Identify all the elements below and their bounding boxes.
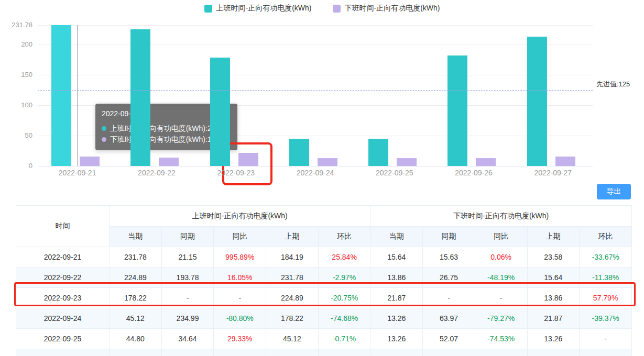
data-cell: -11.38% [580,268,632,288]
y-axis-tick-label: 200 [0,40,32,48]
data-cell: 45.12 [266,329,319,349]
data-cell: 148.18 [161,349,214,356]
data-cell: 13.86 [370,268,423,288]
export-button[interactable]: 导出 [597,184,631,199]
data-cell: -0.15% [580,349,632,356]
data-cell: 44.80 [266,349,319,356]
data-cell: 231.78 [110,247,162,268]
data-cell: 0.06% [475,247,527,268]
series-dot-icon [102,126,106,131]
data-cell: 25.84% [318,247,370,268]
data-cell: -33.67% [580,247,632,268]
table-row-2022-09-24: 2022-09-2445.12234.99-80.80%178.22-74.68… [16,308,632,329]
column-group-work-hours: 上班时间-正向有功电度(kWh) [110,206,370,227]
data-cell: - [423,288,475,308]
column-header-同期: 同期 [423,227,475,247]
data-cell: - [214,288,266,308]
data-cell: 44.80 [110,329,162,349]
row-date: 2022-09-21 [16,247,110,268]
column-header-time: 时间 [16,206,110,247]
data-cell: - [475,288,527,308]
data-cell: 57.79% [580,288,632,308]
bar-series1-2022-09-22[interactable] [130,29,150,166]
data-cell: 13.86 [527,288,580,308]
legend-label: 上班时间-正向有功电度(kWh) [216,4,312,13]
data-cell: -2.97% [318,268,370,288]
bar-series2-2022-09-24[interactable] [318,158,337,166]
data-cell: -74.68% [318,308,370,329]
row-date: 2022-09-22 [16,268,110,288]
data-cell: 21.15 [161,247,214,268]
tooltip-item-text: 下班时间-正向有功电度(kWh):15.64 [110,134,226,145]
table-row-2022-09-21: 2022-09-21231.7821.15995.89%184.1925.84%… [16,247,632,268]
column-group-off-hours: 下班时间-正向有功电度(kWh) [370,206,632,227]
data-cell: -48.19% [475,268,527,288]
bar-series2-2022-09-23[interactable] [238,153,258,166]
bar-series2-2022-09-22[interactable] [159,158,179,166]
data-cell: 13.26 [527,349,580,356]
bar-series2-2022-09-21[interactable] [80,157,100,166]
data-cell: 29.33% [214,329,266,349]
legend-label: 下班时间-正向有功电度(kWh) [345,4,440,13]
row-date: 2022-09-25 [16,329,110,349]
data-cell: 34.64 [161,329,214,349]
bar-series2-2022-09-25[interactable] [397,158,417,166]
gridline [38,25,593,26]
column-header-同期: 同期 [161,227,214,247]
advanced-value-label: 先进值:125 [596,80,630,89]
report-table-container: 时间 上班时间-正向有功电度(kWh) 下班时间-正向有功电度(kWh) 当期同… [16,205,632,356]
x-axis-label: 2022-09-26 [434,169,513,177]
data-cell: 13.26 [370,329,423,349]
data-cell: 234.99 [161,308,214,329]
data-cell: 224.89 [110,268,162,288]
bar-series1-2022-09-27[interactable] [527,37,547,166]
column-header-当期: 当期 [370,227,423,247]
series-dot-icon [102,137,106,142]
y-axis-tick-label: 50 [0,131,32,139]
bar-series2-2022-09-27[interactable] [555,157,575,166]
column-header-同比: 同比 [214,227,266,247]
data-cell: 21.87 [527,308,580,329]
data-cell: -45.02% [475,349,527,356]
row-date: 2022-09-26 [16,349,110,356]
bar-series1-2022-09-26[interactable] [447,55,467,166]
legend-item-1[interactable]: 上班时间-正向有功电度(kWh) [204,4,312,13]
gridline [38,75,593,75]
data-cell: -79.27% [475,308,527,329]
data-cell: 63.97 [423,308,475,329]
data-cell: 15.63 [423,247,475,268]
data-cell: 22.62% [214,349,266,356]
data-cell: 178.22 [110,288,162,308]
data-cell: 305.58% [318,349,370,356]
data-cell: 21.87 [370,288,423,308]
column-header-当期: 当期 [110,227,162,247]
x-axis-label: 2022-09-25 [355,169,434,177]
energy-report-screen: 上班时间-正向有功电度(kWh)下班时间-正向有功电度(kWh) 先进值:125… [0,0,644,356]
y-axis-tick-label: 150 [0,71,32,79]
bar-series1-2022-09-21[interactable] [51,25,71,166]
row-date: 2022-09-23 [16,288,110,308]
legend-item-2[interactable]: 下班时间-正向有功电度(kWh) [333,4,440,13]
data-cell: -0.71% [318,329,370,349]
gridline [38,44,593,45]
column-header-上期: 上期 [527,227,580,247]
bar-series1-2022-09-24[interactable] [289,139,309,166]
data-cell: 178.22 [266,308,319,329]
x-axis-label: 2022-09-27 [514,169,593,177]
bar-series1-2022-09-25[interactable] [368,139,388,166]
x-axis-label: 2022-09-22 [117,169,196,177]
x-axis-label: 2022-09-21 [38,169,117,177]
data-cell: 995.89% [214,247,266,268]
column-header-上期: 上期 [266,227,319,247]
data-cell: 16.05% [214,268,266,288]
column-header-环比: 环比 [318,227,370,247]
data-cell: 23.58 [527,247,580,268]
bar-series2-2022-09-26[interactable] [476,158,496,166]
report-table: 时间 上班时间-正向有功电度(kWh) 下班时间-正向有功电度(kWh) 当期同… [16,205,632,356]
chart-legend: 上班时间-正向有功电度(kWh)下班时间-正向有功电度(kWh) [0,4,644,13]
data-cell: 13.26 [370,308,423,329]
legend-swatch-icon [333,5,341,13]
bar-series1-2022-09-23[interactable] [210,58,230,166]
data-cell: -74.53% [475,329,527,349]
column-header-同比: 同比 [475,227,527,247]
